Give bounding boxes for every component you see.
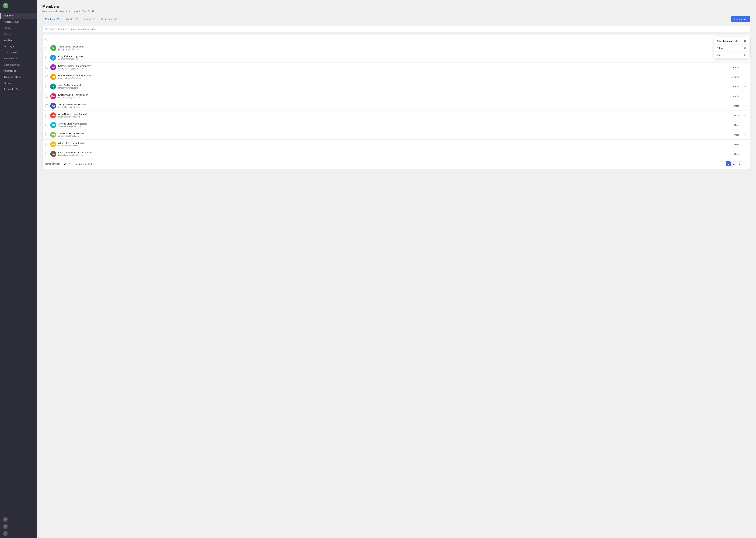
member-email-10: albertflores@mail.com xyxy=(58,144,732,147)
member-more-button-3[interactable]: ••• xyxy=(742,75,747,79)
avatar: KM xyxy=(50,64,56,70)
tab-deactivated[interactable]: Deactivated0 xyxy=(98,16,120,23)
sidebar-item-members[interactable]: Members xyxy=(0,13,37,19)
member-more-button-6[interactable]: ••• xyxy=(742,104,747,108)
table-header: Global Role ▾ xyxy=(42,35,750,43)
filter-option-user[interactable]: User33 xyxy=(714,52,749,59)
filter-option-label-1: User xyxy=(717,54,722,56)
table-row: CF Cody Fisher • codyfisher codyfisher@m… xyxy=(42,53,750,63)
member-info-10: Albert Flores • albertflores albertflore… xyxy=(58,142,732,147)
sidebar-item-integrations[interactable]: Integrations xyxy=(0,68,37,74)
help-icon[interactable]: ? xyxy=(3,524,8,529)
invite-people-button[interactable]: Invite people xyxy=(731,16,750,22)
member-email-6: jennywilson@mail.com xyxy=(58,106,732,108)
per-page-select[interactable]: 25 50 100 xyxy=(62,162,72,166)
row-checkbox-0[interactable] xyxy=(45,47,48,49)
sidebar-item-custom-fields[interactable]: Custom Fields xyxy=(0,49,37,56)
sidebar-item-error-categories[interactable]: Error categories xyxy=(0,62,37,68)
tab-label-guests: Guests xyxy=(66,18,73,20)
next-page-button[interactable]: › xyxy=(742,161,747,166)
user-avatar[interactable]: 👤 xyxy=(3,531,8,536)
avatar: JM xyxy=(50,132,56,138)
member-name-2: Kathryn Murphy • kathrynmurphy xyxy=(58,65,730,67)
avatar: AF xyxy=(50,141,56,147)
row-checkbox-9[interactable] xyxy=(45,133,48,136)
member-name-1: Cody Fisher • codyfisher xyxy=(58,55,737,58)
sidebar-item-test-layer[interactable]: Test Layer xyxy=(0,43,37,49)
sidebar-item-workflow[interactable]: Workflow xyxy=(0,37,37,43)
member-info-9: James Miles • jamesmiles jamesmiles@mail… xyxy=(58,132,732,137)
avatar: AH xyxy=(50,112,56,118)
member-more-button-7[interactable]: ••• xyxy=(742,114,747,117)
filter-option-label-0: Admin xyxy=(717,47,724,49)
member-email-3: ronaldrichards@mail.com xyxy=(58,77,730,80)
page-button-2[interactable]: 2 xyxy=(731,161,736,166)
member-info-1: Cody Fisher • codyfisher codyfisher@mail… xyxy=(58,55,737,60)
member-more-button-4[interactable]: ••• xyxy=(742,84,747,88)
prev-page-button[interactable]: ‹ xyxy=(720,161,725,166)
row-checkbox-6[interactable] xyxy=(45,104,48,107)
sidebar-item-license[interactable]: License xyxy=(0,80,37,86)
sidebar-item-permission-sets[interactable]: Permission Sets xyxy=(0,86,37,92)
row-checkbox-5[interactable] xyxy=(45,95,48,97)
page-button-1[interactable]: 1 xyxy=(726,161,731,166)
tab-badge-deactivated: 0 xyxy=(114,18,118,20)
tab-badge-invites: 1 xyxy=(92,18,95,20)
member-name-10: Albert Flores • albertflores xyxy=(58,142,732,144)
row-checkbox-11[interactable] xyxy=(45,152,48,155)
main-content: Members Manage members and invite people… xyxy=(37,0,756,538)
tab-label-deactivated: Deactivated xyxy=(101,18,113,20)
member-email-2: kathrynmurphy@mail.com xyxy=(58,68,730,70)
tab-badge-guests: 17 xyxy=(74,18,79,20)
select-all-checkbox[interactable] xyxy=(45,38,48,40)
member-info-5: Kristin Watson • kristinwatson kristinwa… xyxy=(58,93,730,99)
avatar: JS xyxy=(50,83,56,89)
tab-badge-members: 64 xyxy=(56,18,60,20)
member-more-button-2[interactable]: ••• xyxy=(742,65,747,69)
member-name-6: Jenny Wilson • jennywilson xyxy=(58,103,732,106)
member-email-1: codyfisher@mail.com xyxy=(58,58,737,60)
tab-invites[interactable]: Invites1 xyxy=(81,16,98,23)
row-checkbox-7[interactable] xyxy=(45,114,48,117)
member-info-8: Annette Black • annetteblack annetteblac… xyxy=(58,123,732,128)
items-per-page-label: Items per page: 25 50 100 xyxy=(45,162,72,166)
filter-popup: Filter by global role ✕ Admin31User33 xyxy=(714,37,749,59)
row-checkbox-1[interactable] xyxy=(45,56,48,59)
row-checkbox-8[interactable] xyxy=(45,124,48,127)
sidebar-bottom: ＋ ? 👤 xyxy=(0,515,37,538)
app-logo: A xyxy=(3,3,8,8)
close-filter-button[interactable]: ✕ xyxy=(744,39,746,43)
member-info-6: Jenny Wilson • jennywilson jennywilson@m… xyxy=(58,103,732,108)
tabs-bar: Members64Guests17Invites1Deactivated0Inv… xyxy=(42,16,750,23)
tab-label-invites: Invites xyxy=(84,18,91,20)
table-row: JJ Jacob Jones • jacobjones jacobjones@m… xyxy=(42,43,750,53)
tab-guests[interactable]: Guests17 xyxy=(63,16,81,23)
table-row: JM James Miles • jamesmiles jamesmiles@m… xyxy=(42,130,750,139)
member-name-8: Annette Black • annetteblack xyxy=(58,123,732,125)
sidebar-item-clean-up-policies[interactable]: Clean up policies xyxy=(0,74,37,80)
sidebar-item-status[interactable]: Status xyxy=(0,31,37,37)
page-button-3[interactable]: 3 xyxy=(737,161,742,166)
table-row: JS Jane Smith • janesmith janesmith@mail… xyxy=(42,82,750,91)
member-more-button-8[interactable]: ••• xyxy=(742,123,747,127)
sidebar-item-environment[interactable]: Environment xyxy=(0,56,37,62)
row-checkbox-2[interactable] xyxy=(45,66,48,69)
member-role-9: User xyxy=(734,134,739,136)
member-more-button-10[interactable]: ••• xyxy=(742,142,747,146)
members-list: JJ Jacob Jones • jacobjones jacobjones@m… xyxy=(42,43,750,159)
member-more-button-5[interactable]: ••• xyxy=(742,94,747,98)
filter-popup-title: Filter by global role xyxy=(717,40,738,42)
member-more-button-9[interactable]: ••• xyxy=(742,133,747,136)
add-icon[interactable]: ＋ xyxy=(3,517,8,522)
sidebar-item-roles[interactable]: Roles xyxy=(0,25,37,31)
sidebar-item-access-groups[interactable]: Access Groups xyxy=(0,19,37,25)
row-checkbox-3[interactable] xyxy=(45,76,48,78)
member-role-6: User xyxy=(734,105,739,107)
row-checkbox-4[interactable] xyxy=(45,85,48,88)
member-more-button-11[interactable]: ••• xyxy=(742,152,747,156)
member-name-4: Jane Smith • janesmith xyxy=(58,84,730,86)
tab-members[interactable]: Members64 xyxy=(42,16,63,23)
search-input[interactable] xyxy=(49,28,748,30)
filter-option-admin[interactable]: Admin31 xyxy=(714,45,749,52)
row-checkbox-10[interactable] xyxy=(45,143,48,146)
